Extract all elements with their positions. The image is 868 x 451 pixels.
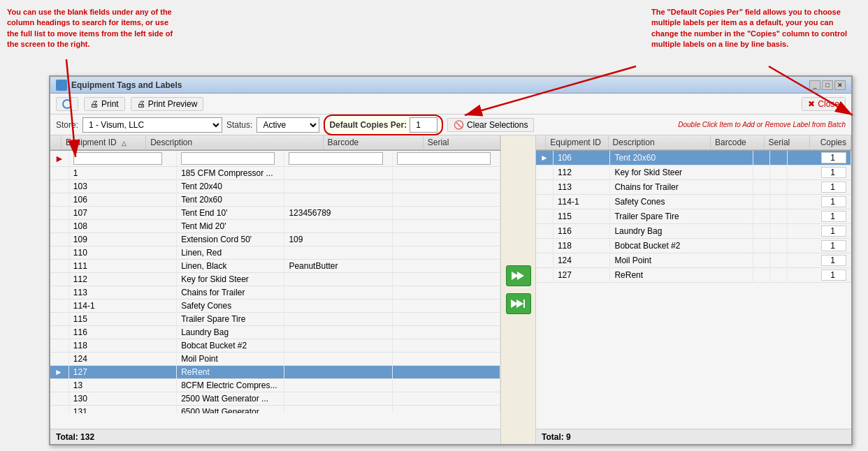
left-table-row[interactable]: 124 Moil Point	[50, 353, 500, 366]
barcode-header[interactable]: Barcode	[323, 135, 423, 150]
left-table-row[interactable]: 103 Tent 20x40	[50, 180, 500, 193]
print-button[interactable]: 🖨 Print	[84, 97, 125, 111]
right-copies-cell[interactable]	[787, 224, 851, 239]
main-window: Equipment Tags and Labels _ □ ✕ 🖨 Print …	[49, 75, 853, 445]
copies-cell-input[interactable]	[821, 226, 846, 237]
left-scroll-area[interactable]: ► 1 185 CFM Compressor ... 103 Tent 20x4…	[50, 151, 500, 413]
print-icon: 🖨	[90, 99, 99, 109]
left-table-row[interactable]: 108 Tent Mid 20'	[50, 220, 500, 233]
left-table-row[interactable]: 130 2500 Watt Generator ...	[50, 392, 500, 406]
right-description-cell: Tent 20x60	[610, 151, 753, 165]
maximize-button[interactable]: □	[822, 80, 833, 90]
right-table-row[interactable]: 113 Chains for Trailer	[536, 180, 851, 195]
refresh-button[interactable]	[56, 97, 78, 111]
right-copies-cell[interactable]	[787, 195, 851, 209]
left-table-row[interactable]: 131 6500 Watt Generator...	[50, 406, 500, 414]
equipment-id-cell: 115	[68, 313, 176, 326]
left-table-row[interactable]: 107 Tent End 10' 123456789	[50, 207, 500, 220]
right-table-row[interactable]: ► 106 Tent 20x60	[536, 151, 851, 165]
equipment-id-cell: 108	[68, 220, 176, 233]
sort-arrow: △	[122, 140, 126, 147]
right-copies-cell[interactable]	[787, 165, 851, 180]
right-copies-cell[interactable]	[787, 151, 851, 165]
barcode-cell	[284, 313, 392, 326]
right-barcode-cell	[753, 151, 770, 165]
right-equipment-id-cell: 116	[553, 224, 610, 239]
filter-serial-input[interactable]	[397, 152, 491, 165]
move-both-button[interactable]	[506, 293, 531, 314]
right-copies-header[interactable]: Copies	[810, 135, 851, 150]
right-table-row[interactable]: 127 ReRent	[536, 268, 851, 283]
filter-id-input[interactable]	[73, 152, 162, 165]
copies-cell-input[interactable]	[821, 152, 846, 163]
right-copies-cell[interactable]	[787, 180, 851, 195]
row-indicator	[50, 207, 68, 220]
right-copies-cell[interactable]	[787, 268, 851, 283]
filter-id-cell	[68, 151, 176, 167]
window-close-button[interactable]: ✕	[834, 80, 846, 90]
right-copies-cell[interactable]	[787, 239, 851, 253]
copies-cell-input[interactable]	[821, 255, 846, 266]
preview-button[interactable]: 🖨 Print Preview	[131, 97, 204, 111]
description-cell: Tent End 10'	[177, 207, 284, 220]
copies-cell-input[interactable]	[821, 196, 846, 207]
right-equipment-id-cell: 113	[553, 180, 610, 195]
barcode-cell: PeanutButter	[284, 260, 392, 273]
serial-cell	[392, 260, 500, 273]
copies-cell-input[interactable]	[821, 240, 846, 251]
left-table-row[interactable]: 109 Extension Cord 50' 109	[50, 233, 500, 246]
left-table-row[interactable]: 114-1 Safety Cones	[50, 300, 500, 313]
right-copies-cell[interactable]	[787, 209, 851, 224]
filter-desc-input[interactable]	[181, 152, 275, 165]
minimize-button[interactable]: _	[809, 80, 820, 90]
right-description-header[interactable]: Description	[608, 135, 710, 150]
serial-cell	[392, 339, 500, 353]
equipment-id-header[interactable]: Equipment ID △	[61, 135, 145, 150]
left-table-row[interactable]: 106 Tent 20x60	[50, 193, 500, 207]
right-table-row[interactable]: 118 Bobcat Bucket #2	[536, 239, 851, 253]
copies-cell-input[interactable]	[821, 269, 846, 281]
left-table-row[interactable]: 111 Linen, Black PeanutButter	[50, 260, 500, 273]
copies-cell-input[interactable]	[821, 182, 846, 193]
move-both-icon	[511, 298, 526, 309]
left-table-row[interactable]: 118 Bobcat Bucket #2	[50, 339, 500, 353]
left-table-row[interactable]: 1 185 CFM Compressor ...	[50, 167, 500, 180]
store-select[interactable]: 1 - Visum, LLC	[82, 117, 222, 133]
row-indicator	[50, 286, 68, 300]
left-table-row[interactable]: 13 8CFM Electric Compres...	[50, 379, 500, 392]
right-serial-cell	[770, 239, 787, 253]
left-table-row[interactable]: ► 127 ReRent	[50, 366, 500, 379]
move-right-button[interactable]	[506, 265, 531, 286]
right-table-row[interactable]: 112 Key for Skid Steer	[536, 165, 851, 180]
description-header[interactable]: Description	[146, 135, 323, 150]
close-button[interactable]: ✖ Close	[802, 97, 846, 111]
right-table-header: Equipment ID Description Barcode Serial …	[536, 135, 851, 150]
left-table-row[interactable]: 113 Chains for Trailer	[50, 286, 500, 300]
left-table-row[interactable]: ►	[50, 151, 500, 167]
left-table-row[interactable]: 116 Laundry Bag	[50, 326, 500, 339]
serial-header[interactable]: Serial	[423, 135, 500, 150]
right-scroll-area[interactable]: ► 106 Tent 20x60 112 Key for Skid Steer …	[536, 151, 851, 413]
right-serial-cell	[770, 253, 787, 268]
left-table-row[interactable]: 112 Key for Skid Steer	[50, 273, 500, 286]
right-serial-header[interactable]: Serial	[764, 135, 810, 150]
copies-cell-input[interactable]	[821, 167, 846, 178]
close-icon: ✖	[808, 99, 815, 109]
annotation-left: You can use the blank fields under any o…	[7, 7, 175, 50]
status-select[interactable]: Active	[256, 117, 319, 133]
clear-selections-button[interactable]: 🚫 Clear Selections	[447, 118, 534, 132]
right-equipment-id-header[interactable]: Equipment ID	[546, 135, 608, 150]
copies-per-input[interactable]	[410, 117, 437, 133]
right-table-row[interactable]: 115 Trailer Spare Tire	[536, 209, 851, 224]
right-serial-cell	[770, 180, 787, 195]
filter-barcode-input[interactable]	[289, 152, 382, 165]
right-barcode-header[interactable]: Barcode	[711, 135, 765, 150]
left-table-row[interactable]: 110 Linen, Red	[50, 246, 500, 260]
right-table-row[interactable]: 114-1 Safety Cones	[536, 195, 851, 209]
description-cell: ReRent	[177, 366, 284, 379]
left-table-row[interactable]: 115 Trailer Spare Tire	[50, 313, 500, 326]
right-table-row[interactable]: 124 Moil Point	[536, 253, 851, 268]
right-copies-cell[interactable]	[787, 253, 851, 268]
copies-cell-input[interactable]	[821, 211, 846, 222]
right-table-row[interactable]: 116 Laundry Bag	[536, 224, 851, 239]
